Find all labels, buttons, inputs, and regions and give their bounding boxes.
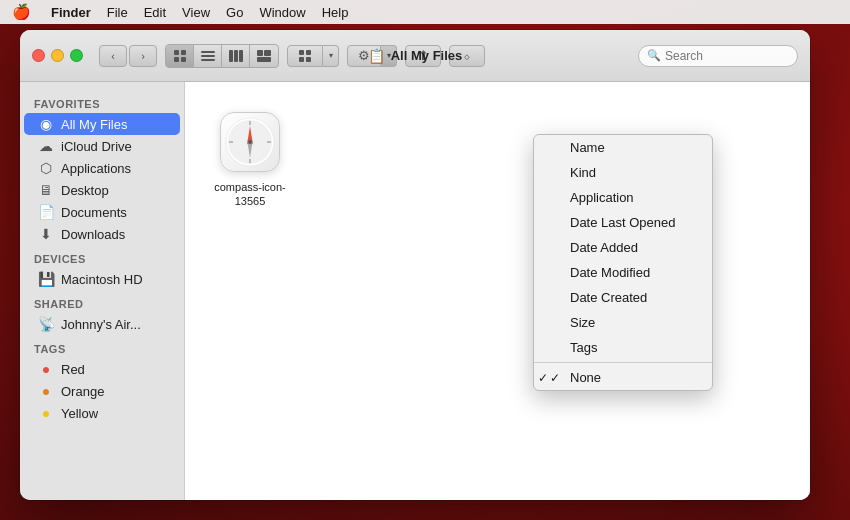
traffic-lights	[32, 49, 83, 62]
toolbar-right: 🔍	[638, 45, 798, 67]
applications-icon: ⬡	[38, 160, 54, 176]
nav-buttons: ‹ ›	[99, 45, 157, 67]
sidebar-item-macintosh-hd[interactable]: 💾 Macintosh HD	[24, 268, 180, 290]
icloud-drive-icon: ☁	[38, 138, 54, 154]
window-title-icon: 📋	[368, 48, 385, 64]
file-item-compass[interactable]: compass-icon-13565	[205, 102, 295, 217]
sort-by-tags[interactable]: Tags	[534, 335, 712, 360]
minimize-button[interactable]	[51, 49, 64, 62]
sort-by-size[interactable]: Size	[534, 310, 712, 335]
forward-button[interactable]: ›	[129, 45, 157, 67]
sort-by-date-created[interactable]: Date Created	[534, 285, 712, 310]
view-cover-button[interactable]	[250, 45, 278, 67]
sort-application-label: Application	[570, 190, 634, 205]
sidebar-item-icloud-drive[interactable]: ☁ iCloud Drive	[24, 135, 180, 157]
sidebar-item-downloads[interactable]: ⬇ Downloads	[24, 223, 180, 245]
tags-icon: ⬦	[463, 48, 471, 63]
svg-rect-7	[229, 50, 233, 62]
safari-compass-icon	[220, 112, 280, 172]
macintosh-hd-icon: 💾	[38, 271, 54, 287]
svg-rect-0	[174, 50, 179, 55]
sidebar-item-tag-red[interactable]: ● Red	[24, 358, 180, 380]
sort-by-none[interactable]: ✓ None	[534, 365, 712, 390]
sidebar: Favorites ◉ All My Files ☁ iCloud Drive …	[20, 82, 185, 500]
documents-label: Documents	[61, 205, 127, 220]
file-grid: compass-icon-13565	[185, 82, 810, 237]
sidebar-item-all-my-files[interactable]: ◉ All My Files	[24, 113, 180, 135]
svg-rect-5	[201, 55, 215, 57]
menubar-go[interactable]: Go	[226, 5, 243, 20]
svg-point-25	[248, 140, 252, 144]
svg-rect-3	[181, 57, 186, 62]
file-name: compass-icon-13565	[213, 180, 287, 209]
back-button[interactable]: ‹	[99, 45, 127, 67]
content-area: Favorites ◉ All My Files ☁ iCloud Drive …	[20, 82, 810, 500]
main-content: compass-icon-13565 Name Kind Application	[185, 82, 810, 500]
view-list-button[interactable]	[194, 45, 222, 67]
maximize-button[interactable]	[70, 49, 83, 62]
svg-rect-11	[264, 50, 271, 56]
tag-orange-icon: ●	[38, 383, 54, 399]
search-input[interactable]	[665, 49, 789, 63]
file-icon-wrapper	[218, 110, 282, 174]
sort-none-label: None	[570, 370, 601, 385]
tag-yellow-icon: ●	[38, 405, 54, 421]
sort-date-modified-label: Date Modified	[570, 265, 650, 280]
favorites-header: Favorites	[20, 90, 184, 113]
sort-by-date-last-opened[interactable]: Date Last Opened	[534, 210, 712, 235]
apple-menu-icon[interactable]: 🍎	[12, 3, 31, 21]
macintosh-hd-label: Macintosh HD	[61, 272, 143, 287]
view-column-button[interactable]	[222, 45, 250, 67]
all-my-files-icon: ◉	[38, 116, 54, 132]
svg-rect-13	[299, 50, 304, 55]
sort-kind-label: Kind	[570, 165, 596, 180]
sort-dropdown-menu[interactable]: Name Kind Application Date Last Opened D…	[533, 134, 713, 391]
sort-by-application[interactable]: Application	[534, 185, 712, 210]
sidebar-item-documents[interactable]: 📄 Documents	[24, 201, 180, 223]
sort-size-label: Size	[570, 315, 595, 330]
tag-yellow-label: Yellow	[61, 406, 98, 421]
sort-by-date-modified[interactable]: Date Modified	[534, 260, 712, 285]
sort-by-kind[interactable]: Kind	[534, 160, 712, 185]
menubar-help[interactable]: Help	[322, 5, 349, 20]
search-icon: 🔍	[647, 49, 661, 62]
tags-header: Tags	[20, 335, 184, 358]
johnnys-air-label: Johnny's Air...	[61, 317, 141, 332]
devices-header: Devices	[20, 245, 184, 268]
view-options-arrow[interactable]: ▾	[323, 45, 339, 67]
view-options-button[interactable]	[287, 45, 323, 67]
menubar-edit[interactable]: Edit	[144, 5, 166, 20]
svg-rect-2	[174, 57, 179, 62]
window-title: 📋 All My Files	[368, 48, 463, 64]
view-icon-button[interactable]	[166, 45, 194, 67]
search-bar[interactable]: 🔍	[638, 45, 798, 67]
sort-tags-label: Tags	[570, 340, 597, 355]
desktop-label: Desktop	[61, 183, 109, 198]
sort-by-date-added[interactable]: Date Added	[534, 235, 712, 260]
menubar-file[interactable]: File	[107, 5, 128, 20]
sort-by-name[interactable]: Name	[534, 135, 712, 160]
downloads-label: Downloads	[61, 227, 125, 242]
view-options-group[interactable]: ▾	[287, 45, 339, 67]
tag-orange-label: Orange	[61, 384, 104, 399]
sort-date-created-label: Date Created	[570, 290, 647, 305]
menubar-view[interactable]: View	[182, 5, 210, 20]
sidebar-item-tag-yellow[interactable]: ● Yellow	[24, 402, 180, 424]
documents-icon: 📄	[38, 204, 54, 220]
sort-date-last-opened-label: Date Last Opened	[570, 215, 676, 230]
svg-rect-1	[181, 50, 186, 55]
close-button[interactable]	[32, 49, 45, 62]
sidebar-item-johnnys-air[interactable]: 📡 Johnny's Air...	[24, 313, 180, 335]
menu-separator	[534, 362, 712, 363]
menubar: 🍎 Finder File Edit View Go Window Help	[0, 0, 850, 24]
view-mode-buttons	[165, 44, 279, 68]
sidebar-item-desktop[interactable]: 🖥 Desktop	[24, 179, 180, 201]
sort-date-added-label: Date Added	[570, 240, 638, 255]
sidebar-item-applications[interactable]: ⬡ Applications	[24, 157, 180, 179]
menubar-finder[interactable]: Finder	[51, 5, 91, 20]
menubar-window[interactable]: Window	[259, 5, 305, 20]
window-title-label: All My Files	[391, 48, 463, 63]
downloads-icon: ⬇	[38, 226, 54, 242]
sidebar-item-tag-orange[interactable]: ● Orange	[24, 380, 180, 402]
desktop-icon: 🖥	[38, 182, 54, 198]
